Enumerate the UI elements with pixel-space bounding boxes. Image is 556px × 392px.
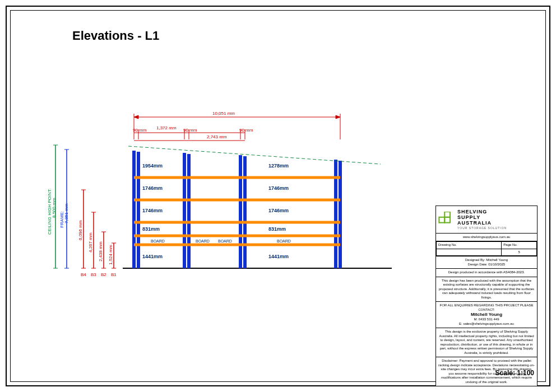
b2-value: 2,438 mm [98, 241, 103, 262]
contact-email: E: sales@shelvingsupplyaus.com.au [438, 322, 535, 326]
outer-border: Elevations - L1 [6, 6, 550, 386]
bay-right-0: 1278mm [268, 163, 289, 169]
b1-label: B1 [111, 272, 117, 277]
title-block: SHELVING SUPPLY AUSTRALIA YOUR STORAGE S… [435, 206, 538, 386]
drawing-info-table: Drawing No. Page No. 5 [436, 241, 537, 256]
bay-right-2: 1746mm [268, 208, 289, 213]
board-label-3: BOARD [218, 239, 232, 243]
company-website: www.shelvingsupplyaus.com.au [436, 233, 537, 241]
b1-value: 1,524 mm [108, 245, 113, 265]
svg-marker-24 [336, 115, 340, 119]
design-assumption: This design has been produced with the a… [436, 277, 537, 302]
page-no-header: Page No. [502, 242, 537, 249]
board-label-1: BOARD [151, 239, 165, 243]
design-date: Design Date: 01/10/2025 [438, 263, 535, 267]
company-name-3: AUSTRALIA [457, 221, 507, 226]
board-label-2: BOARD [196, 239, 210, 243]
b3-value: 4,267 mm [88, 232, 93, 253]
page: Elevations - L1 [0, 0, 556, 392]
frame-value: 7,351 mm [64, 203, 69, 223]
svg-line-9 [128, 146, 381, 164]
bay-right-3: 831mm [268, 226, 286, 232]
dim-gap-1: 90 mm [133, 128, 147, 133]
page-no-value: 5 [502, 249, 537, 256]
ip-notice: This design is the exclusive property of… [436, 328, 537, 357]
board-label-4: BOARD [277, 239, 291, 243]
contact-phone: M: 0433 531 449 [438, 318, 535, 322]
logo-row: SHELVING SUPPLY AUSTRALIA YOUR STORAGE S… [436, 206, 537, 233]
dim-gap-3: 90 mm [239, 128, 253, 133]
bay-left-0: 1954mm [142, 163, 163, 169]
elevation-drawing: 1954mm 1746mm 1746mm 831mm 1441mm 1278mm… [44, 106, 403, 291]
svg-rect-50 [439, 217, 444, 223]
contact-name: Mitchell Young [438, 312, 535, 318]
b2-label: B2 [101, 272, 106, 277]
bay-right-1: 1746mm [268, 185, 289, 191]
bay-left-3: 831mm [142, 226, 160, 232]
bay-left-4: 1441mm [142, 254, 163, 259]
company-tagline: YOUR STORAGE SOLUTION [457, 226, 507, 230]
designed-by: Designed By: Mitchell Young [438, 258, 535, 263]
enquiry-header: FOR ALL ENQUIRIES REGARDING THIS PROJECT… [438, 304, 535, 312]
svg-marker-23 [134, 115, 138, 119]
svg-rect-51 [444, 217, 450, 223]
company-logo-icon [438, 212, 454, 227]
b4-value: 6,096 mm [78, 220, 83, 240]
b4-label: B4 [81, 272, 86, 277]
ceiling-value: 8,500 mm [52, 198, 57, 218]
bay-left-2: 1746mm [142, 208, 163, 213]
page-title: Elevations - L1 [72, 29, 159, 43]
bay-left-1: 1746mm [142, 185, 163, 191]
scale-label: Scale: 1:100 [495, 369, 534, 377]
b3-label: B3 [91, 272, 96, 277]
drawing-no-value [437, 249, 502, 256]
drawing-no-header: Drawing No. [437, 242, 502, 249]
dim-span-1: 1,372 mm [156, 125, 177, 130]
design-standard: Design produced in accordance with AS408… [436, 268, 537, 277]
dim-span-2: 2,743 mm [207, 134, 227, 139]
inner-border: Elevations - L1 [10, 10, 546, 382]
svg-rect-52 [444, 212, 450, 217]
bay-right-4: 1441mm [268, 254, 289, 259]
dim-gap-2: 90 mm [183, 128, 197, 133]
dim-overall-width: 10,051 mm [212, 111, 235, 116]
